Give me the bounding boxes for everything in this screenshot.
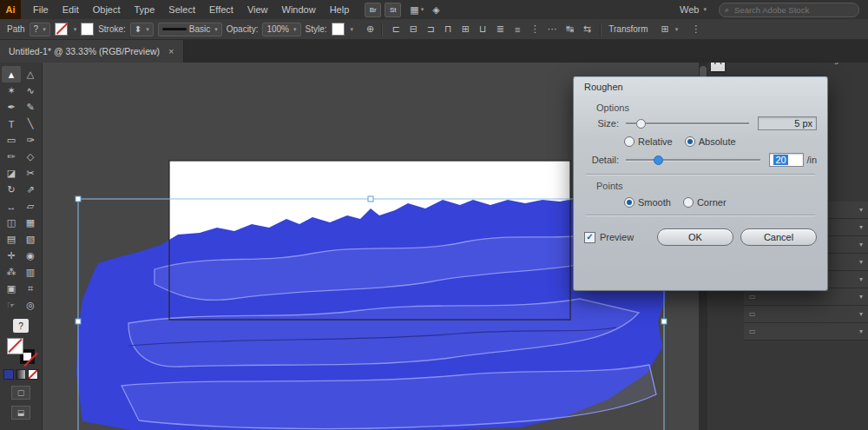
eraser-tool[interactable]: ◪: [2, 165, 21, 182]
help-tool[interactable]: ?: [13, 319, 29, 333]
workspace-switcher[interactable]: Web ▾: [680, 4, 707, 15]
share-icon[interactable]: ◈: [432, 4, 439, 16]
blend-tool[interactable]: ◉: [21, 248, 40, 264]
panel-row[interactable]: ▭▾: [744, 288, 868, 306]
rotate-tool[interactable]: ↻: [2, 182, 21, 198]
fill-color-swatch[interactable]: [55, 23, 68, 36]
distribute-horizontal-icon[interactable]: ≡: [511, 24, 523, 35]
document-setup-icon[interactable]: ⊕: [366, 23, 374, 35]
gradient-button[interactable]: [16, 369, 26, 380]
chevron-down-icon[interactable]: ▾: [859, 258, 863, 266]
mesh-tool[interactable]: ▤: [2, 231, 21, 248]
chevron-down-icon[interactable]: ▾: [859, 293, 863, 301]
detail-slider[interactable]: [624, 155, 762, 165]
stroke-weight-stepper[interactable]: ⬍▾: [130, 23, 154, 36]
align-center-icon[interactable]: ⊟: [407, 23, 419, 35]
menu-type[interactable]: Type: [128, 0, 162, 19]
selection-tool[interactable]: ▲: [2, 66, 21, 83]
draw-mode-button[interactable]: ▢: [11, 386, 30, 400]
relative-radio[interactable]: Relative: [624, 136, 673, 147]
width-tool[interactable]: ↔: [2, 198, 21, 215]
brush-dropdown[interactable]: Basic ▾: [158, 23, 222, 36]
document-tab[interactable]: Untitled-1* @ 33.33% (RGB/Preview) ×: [0, 40, 184, 63]
magic-wand-tool[interactable]: ✶: [2, 83, 21, 99]
color-button[interactable]: [3, 369, 14, 380]
cancel-button[interactable]: Cancel: [740, 228, 817, 246]
stock-search[interactable]: ⌕: [719, 3, 859, 17]
size-slider-knob[interactable]: [636, 119, 646, 129]
corner-radio[interactable]: Corner: [683, 197, 727, 208]
anchor-widget[interactable]: ? ▾: [30, 23, 50, 36]
menu-window[interactable]: Window: [275, 0, 323, 19]
paintbrush-tool[interactable]: ✑: [21, 132, 40, 149]
scissors-tool[interactable]: ✂: [21, 165, 40, 182]
distribute-space-h-icon[interactable]: ⋯: [546, 23, 558, 35]
menu-edit[interactable]: Edit: [56, 0, 86, 19]
scale-tool[interactable]: ⇗: [21, 182, 40, 198]
shape-builder-tool[interactable]: ◫: [2, 215, 21, 231]
preview-checkbox[interactable]: ✓ Preview: [584, 232, 634, 243]
pencil-tool[interactable]: ✏: [2, 149, 21, 165]
shaper-tool[interactable]: ◇: [21, 149, 40, 165]
type-tool[interactable]: T: [2, 116, 21, 132]
chevron-down-icon[interactable]: ▾: [859, 223, 863, 231]
spacing-icon[interactable]: ↹: [563, 23, 575, 35]
align-left-icon[interactable]: ⊏: [390, 23, 402, 35]
transform-label[interactable]: Transform: [608, 24, 648, 34]
ok-button[interactable]: OK: [657, 228, 733, 246]
close-icon[interactable]: ×: [168, 46, 174, 56]
align-top-icon[interactable]: ⊓: [442, 23, 454, 35]
layout-icon[interactable]: ▦: [410, 4, 418, 16]
lasso-tool[interactable]: ∿: [21, 83, 40, 99]
menu-view[interactable]: View: [240, 0, 275, 19]
size-input[interactable]: 5 px: [758, 116, 817, 130]
transform-grid-icon[interactable]: ⊞: [661, 23, 668, 35]
fill-stroke-widget[interactable]: [7, 338, 35, 364]
curvature-tool[interactable]: ✎: [21, 99, 40, 116]
column-graph-tool[interactable]: ▥: [21, 264, 40, 281]
distribute-vertical-icon[interactable]: ≣: [494, 23, 506, 35]
panel-row[interactable]: ▭▾: [744, 306, 868, 323]
distribute-space-v-icon[interactable]: ⋮: [529, 23, 541, 35]
fill-swatch[interactable]: [7, 338, 23, 354]
opacity-field[interactable]: 100% ▾: [262, 23, 300, 36]
free-transform-tool[interactable]: ▱: [21, 198, 40, 215]
size-slider[interactable]: [624, 118, 751, 129]
menu-object[interactable]: Object: [86, 0, 128, 19]
align-right-icon[interactable]: ⊐: [424, 23, 437, 35]
chevron-down-icon[interactable]: ▾: [859, 206, 863, 214]
swap-icon[interactable]: ⇆: [581, 23, 593, 35]
line-segment-tool[interactable]: ╲: [21, 116, 40, 132]
artboard-tool[interactable]: ▣: [2, 281, 21, 297]
align-bottom-icon[interactable]: ⊔: [477, 23, 489, 35]
direct-selection-tool[interactable]: △: [21, 66, 40, 83]
chevron-down-icon[interactable]: ▾: [859, 275, 863, 283]
rectangle-tool[interactable]: ▭: [2, 132, 21, 149]
pen-tool[interactable]: ✒: [2, 99, 21, 116]
absolute-radio[interactable]: Absolute: [685, 136, 736, 147]
eyedropper-tool[interactable]: ✛: [2, 248, 21, 264]
slice-tool[interactable]: ⌗: [21, 281, 40, 297]
hand-tool[interactable]: ☞: [2, 297, 21, 314]
gradient-tool[interactable]: ▧: [21, 231, 40, 248]
screen-mode-button[interactable]: ⬓: [11, 406, 30, 420]
detail-input[interactable]: 20: [769, 153, 804, 167]
zoom-tool[interactable]: ◎: [21, 297, 40, 314]
perspective-grid-tool[interactable]: ▦: [21, 215, 40, 231]
chevron-down-icon[interactable]: ▾: [859, 327, 863, 335]
symbol-sprayer-tool[interactable]: ⁂: [2, 264, 21, 281]
chevron-down-icon[interactable]: ▾: [859, 241, 863, 248]
stroke-color-swatch[interactable]: [81, 23, 94, 36]
smooth-radio[interactable]: Smooth: [624, 197, 671, 208]
detail-slider-knob[interactable]: [654, 155, 663, 165]
menu-help[interactable]: Help: [323, 0, 357, 19]
menu-effect[interactable]: Effect: [202, 0, 240, 19]
menu-file[interactable]: File: [26, 0, 56, 19]
panel-row[interactable]: ▭▾: [744, 323, 868, 341]
chevron-down-icon[interactable]: ▾: [859, 310, 863, 318]
menu-select[interactable]: Select: [161, 0, 202, 19]
none-button[interactable]: [28, 369, 38, 380]
more-options-icon[interactable]: ⋮: [691, 23, 700, 35]
search-input[interactable]: [733, 4, 840, 16]
align-middle-icon[interactable]: ⊞: [459, 23, 471, 35]
